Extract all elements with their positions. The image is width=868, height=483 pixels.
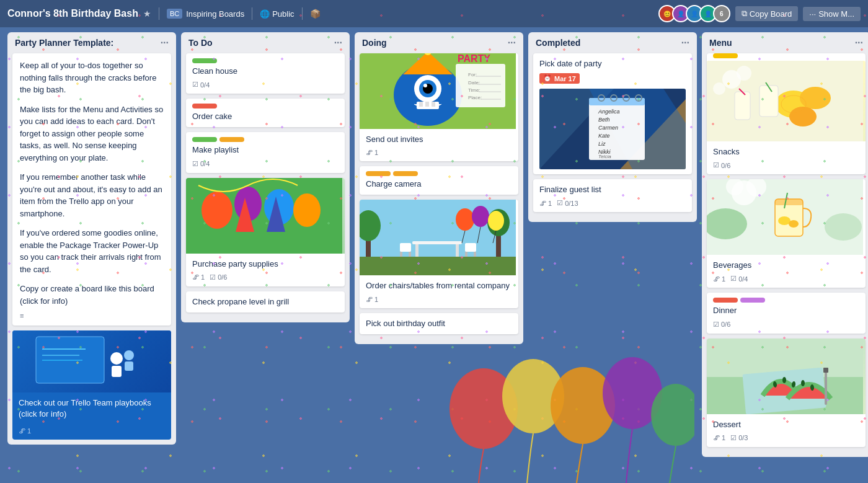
card-finalize-guest[interactable]: Finalize guest list 🖇 1 ☑ 0/13 (533, 179, 692, 212)
attach-meta-guest: 🖇 1 (539, 200, 552, 207)
date-badge: ⏰ Mar 17 (539, 73, 580, 84)
card-title-dinner: Dinner (713, 305, 859, 316)
svg-rect-5 (112, 366, 122, 377)
column-content-doing: For: Date: Time: Place: PARTY Send out i… (355, 51, 523, 344)
column-header-todo: To Do ··· (181, 32, 350, 51)
card-charge-camera[interactable]: Charge camera (360, 166, 518, 195)
svg-point-9 (202, 192, 232, 229)
ellipsis-icon: ··· (809, 9, 816, 19)
column-header-completed: Completed ··· (528, 32, 697, 51)
checklist-meta-snacks: ☑ 0/6 (713, 161, 730, 169)
attachment-icon-invites: 🖇 (366, 149, 373, 156)
card-title-supplies: Purchase party supplies (192, 259, 339, 270)
card-send-invites[interactable]: For: Date: Time: Place: PARTY Send out i… (360, 53, 518, 161)
svg-text:PARTY: PARTY (458, 53, 490, 64)
svg-text:Place:: Place: (468, 95, 482, 100)
svg-text:Beth: Beth (598, 117, 610, 123)
column-title-todo: To Do (188, 38, 213, 48)
svg-rect-44 (415, 244, 418, 257)
svg-point-4 (110, 352, 123, 365)
checklist-meta-playlist: ☑ 0/4 (192, 160, 210, 168)
copy-board-button[interactable]: ⧉ Copy Board (735, 6, 799, 21)
card-meta-playlist: ☑ 0/4 (192, 160, 339, 168)
card-title-chairs: Order chairs/tables from rental company (366, 280, 512, 291)
checklist-icon: ☑ (192, 81, 198, 89)
label-green (192, 58, 217, 63)
svg-rect-47 (400, 243, 411, 252)
board-icon: BC (167, 9, 182, 19)
clock-icon-date: ⏰ (543, 74, 552, 82)
trello-team-image (12, 330, 171, 392)
card-title-cake: Order cake (192, 111, 339, 122)
card-order-chairs[interactable]: Order chairs/tables from rental company … (360, 200, 518, 308)
column-header-menu: Menu ··· (702, 32, 868, 51)
column-title-party-template: Party Planner Template: (15, 38, 113, 48)
card-template-menu-icon: ≡ (20, 312, 24, 319)
card-trello-team[interactable]: Check out our Trello Team playbooks (cli… (12, 330, 171, 440)
svg-text:For:: For: (468, 72, 477, 78)
show-menu-button[interactable]: ··· Show M... (803, 7, 861, 21)
column-menu: Menu ··· (702, 32, 868, 457)
card-title-outfit: Pick out birthday outfit (366, 318, 512, 329)
column-party-template: Party Planner Template: ··· Keep all of … (7, 32, 176, 445)
card-purchase-supplies[interactable]: Purchase party supplies 🖇 1 ☑ 0/6 (186, 178, 345, 286)
card-title-beverages: Beverages (713, 260, 859, 271)
svg-text:Date:: Date: (468, 80, 480, 86)
checklist-meta-supplies: ☑ 0/6 (210, 273, 227, 281)
header-divider-3 (302, 7, 303, 20)
card-meta-clean: ☑ 0/4 (192, 81, 339, 89)
card-make-playlist[interactable]: Make playlist ☑ 0/4 (186, 132, 345, 172)
card-pick-date[interactable]: Pick date of party ⏰ Mar 17 (533, 53, 692, 174)
svg-text:Kate: Kate (598, 133, 610, 139)
label-orange-2 (393, 171, 418, 176)
trello-team-title: Check out our Trello Team playbooks (cli… (12, 392, 171, 425)
svg-point-96 (778, 216, 790, 225)
card-party-template-text[interactable]: Keep all of your to-dos together so noth… (12, 53, 171, 326)
board: Party Planner Template: ··· Keep all of … (0, 27, 868, 483)
card-meta-beverages: 🖇 1 ☑ 0/4 (713, 275, 859, 283)
card-title-playlist: Make playlist (192, 144, 339, 156)
card-meta-invites: 🖇 1 (366, 149, 512, 156)
card-labels-snacks (713, 53, 859, 58)
column-menu-doing[interactable]: ··· (508, 37, 516, 48)
card-image-invites: For: Date: Time: Place: PARTY (360, 53, 518, 129)
checklist-icon-beverages: ☑ (730, 275, 737, 283)
svg-point-79 (713, 82, 725, 95)
card-dinner[interactable]: Dinner ☑ 0/6 (707, 293, 866, 333)
card-meta-date: ⏰ Mar 17 (539, 73, 686, 84)
card-clean-house[interactable]: Clean house ☑ 0/4 (186, 53, 345, 94)
card-meta-chairs: 🖇 1 (366, 296, 512, 303)
column-content-party-template: Keep all of your to-dos together so noth… (7, 51, 176, 445)
header-divider-2 (252, 7, 252, 20)
card-order-cake[interactable]: Order cake (186, 99, 345, 127)
visibility-badge[interactable]: 🌐 Public (260, 9, 294, 19)
board-title[interactable]: Connor's 8th Birthday Bash (7, 8, 138, 19)
template-para-3: If you remember another task while you'r… (20, 171, 164, 219)
checklist-meta-beverages: ☑ 0/4 (730, 275, 748, 283)
column-menu-party-template[interactable]: ··· (161, 37, 169, 48)
card-beverages[interactable]: Beverages 🖇 1 ☑ 0/4 (707, 179, 866, 288)
checklist-icon-supplies: ☑ (210, 273, 216, 281)
card-title-camera: Charge camera (366, 179, 512, 190)
card-check-propane[interactable]: Check propane level in grill (186, 291, 345, 312)
attachment-icon: 🖇 (19, 427, 25, 435)
card-meta-dinner: ☑ 0/6 (713, 321, 859, 329)
column-menu-completed[interactable]: ··· (681, 37, 689, 48)
column-menu-todo[interactable]: ··· (334, 37, 342, 48)
card-pick-outfit[interactable]: Pick out birthday outfit (360, 313, 518, 334)
card-title-propane: Check propane level in grill (192, 296, 339, 308)
card-dessert[interactable]: Dessert 🖇 1 ☑ 0/3 (707, 339, 866, 447)
column-doing: Doing ··· (355, 32, 523, 344)
star-icon[interactable]: ★ (143, 9, 151, 19)
package-icon: 📦 (310, 9, 321, 19)
attachment-icon-chairs: 🖇 (366, 296, 373, 303)
board-name-badge[interactable]: BC Inspiring Boards (167, 9, 244, 19)
card-image-date: Angelica Beth Carmen Kate Liz Nikki Telc… (539, 89, 686, 169)
column-menu-menu[interactable]: ··· (855, 37, 863, 48)
template-para-1: Keep all of your to-dos together so noth… (20, 60, 164, 96)
card-title-dessert: Dessert (713, 419, 859, 430)
template-para-4: If you've ordered some goodies online, e… (20, 227, 164, 275)
card-title-clean: Clean house (192, 66, 339, 77)
svg-point-55 (488, 211, 504, 231)
card-snacks[interactable]: Snacks ☑ 0/6 (707, 53, 866, 174)
